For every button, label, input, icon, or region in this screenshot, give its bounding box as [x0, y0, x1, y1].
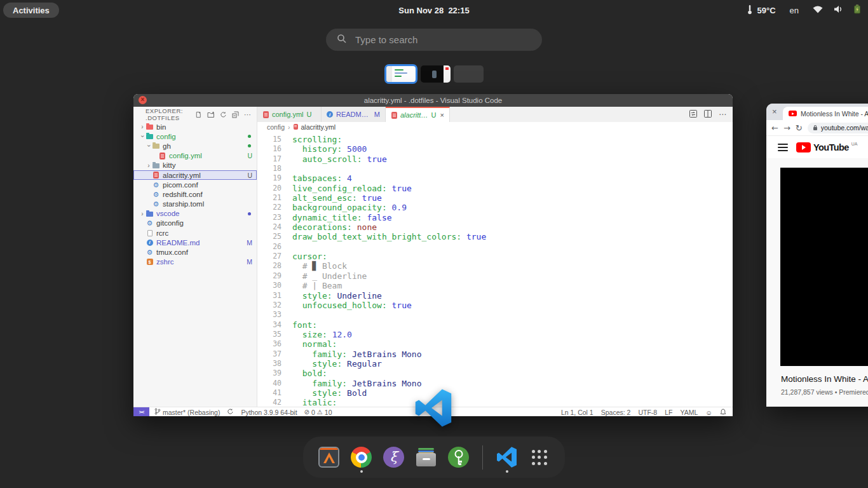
- reload-icon[interactable]: ↻: [796, 123, 803, 133]
- tree-item-config[interactable]: ›config: [133, 132, 257, 141]
- tab-close-icon[interactable]: ×: [440, 111, 444, 119]
- tree-item-gitconfig[interactable]: ⚙gitconfig: [133, 219, 257, 228]
- eol-status[interactable]: LF: [665, 409, 672, 416]
- wifi-icon[interactable]: [813, 4, 823, 16]
- activities-button[interactable]: Activities: [3, 3, 59, 18]
- editor-more-icon[interactable]: ⋯: [719, 110, 726, 119]
- breadcrumb-folder[interactable]: config: [267, 123, 285, 131]
- tree-item-config.yml[interactable]: config.ymlU: [133, 151, 257, 161]
- chrome-tab[interactable]: Motionless In White - A: [783, 107, 868, 120]
- chrome-window[interactable]: × Motionless In White - A ◄ ← → ↻ youtub…: [766, 104, 868, 407]
- workspace-vscode[interactable]: [384, 64, 417, 84]
- tab-alacritty.yml[interactable]: alacritty.ymlU×: [386, 107, 450, 122]
- vscode-window[interactable]: × alacritty.yml - .dotfiles - Visual Stu…: [133, 94, 733, 416]
- workspace-youtube[interactable]: [421, 65, 451, 83]
- keyboard-layout-indicator[interactable]: en: [790, 6, 799, 15]
- code-line: 31 style: Underline: [257, 291, 733, 301]
- folder-icon: [146, 212, 153, 217]
- new-folder-icon[interactable]: [207, 111, 215, 118]
- tree-item-bin[interactable]: ›bin: [133, 122, 257, 132]
- tree-item-gh[interactable]: ›gh: [133, 141, 257, 151]
- video-meta: 21,287,857 views • Premiered Dec: [781, 388, 868, 396]
- sync-button[interactable]: [227, 408, 234, 416]
- line-number: 27: [257, 252, 281, 261]
- problems-status[interactable]: ⊘ 0 ⚠ 10: [304, 409, 332, 416]
- refresh-icon[interactable]: [220, 111, 227, 118]
- code-editor[interactable]: 15scrolling:16 history: 500017 auto_scro…: [257, 132, 733, 407]
- tree-item-vscode[interactable]: ›vscode: [133, 209, 257, 219]
- git-branch-status[interactable]: master* (Rebasing): [154, 408, 220, 416]
- video-player[interactable]: [780, 167, 868, 366]
- file-name: tmux.conf: [156, 248, 257, 256]
- remote-icon: ><: [139, 409, 144, 415]
- address-bar[interactable]: youtube.com/wa: [808, 123, 868, 133]
- window-close-button[interactable]: ×: [139, 96, 147, 104]
- app-grid-icon: [529, 447, 550, 468]
- feedback-icon[interactable]: ☺: [705, 409, 712, 416]
- encoding-status[interactable]: UTF-8: [638, 409, 657, 416]
- workspace-empty[interactable]: [454, 65, 484, 83]
- youtube-logo[interactable]: YouTube UA: [796, 142, 857, 152]
- file-name: config.yml: [169, 152, 257, 159]
- breadcrumb-file[interactable]: alacritty.yml: [301, 123, 336, 131]
- cursor-position[interactable]: Ln 1, Col 1: [561, 409, 593, 416]
- folder-icon: [146, 125, 153, 130]
- tree-item-kitty[interactable]: ›kitty: [133, 161, 257, 170]
- code-line: 32 unfocused_hollow: true: [257, 301, 733, 310]
- vscode-titlebar[interactable]: × alacritty.yml - .dotfiles - Visual Stu…: [133, 94, 733, 107]
- tree-item-starship.toml[interactable]: ⚙starship.toml: [133, 200, 257, 209]
- search-placeholder: Type to search: [355, 34, 417, 45]
- new-file-icon[interactable]: [195, 111, 202, 118]
- tree-item-zshrc[interactable]: $zshrcM: [133, 257, 257, 267]
- url-text: youtube.com/wa: [821, 124, 868, 132]
- forward-icon[interactable]: →: [783, 123, 790, 133]
- tree-item-tmux.conf[interactable]: ⚙tmux.conf: [133, 247, 257, 257]
- indentation-status[interactable]: Spaces: 2: [601, 409, 631, 416]
- explorer-more-icon[interactable]: ⋯: [244, 112, 251, 117]
- vscode-app-badge-icon[interactable]: [414, 389, 452, 427]
- dock-item-keepassxc[interactable]: [448, 447, 469, 468]
- tab-README.md[interactable]: iREADME.mdM: [322, 107, 386, 122]
- file-name: gitconfig: [156, 219, 257, 227]
- workspace-vscode-sidebar: [386, 66, 392, 82]
- tab-config.yml[interactable]: config.ymlU: [257, 107, 322, 122]
- hamburger-menu-icon[interactable]: [778, 144, 788, 151]
- tree-item-README.md[interactable]: iREADME.mdM: [133, 238, 257, 247]
- search-input[interactable]: Type to search: [326, 29, 542, 51]
- code-line: 25draw_bold_text_with_bright_colors: tru…: [257, 232, 733, 241]
- file-name: alacritty.yml: [163, 172, 257, 179]
- tree-item-alacritty.yml[interactable]: alacritty.ymlU: [133, 170, 257, 180]
- gear-icon: ⚙: [153, 200, 159, 208]
- dock-item-alacritty[interactable]: [318, 447, 339, 468]
- breadcrumb[interactable]: config › alacritty.yml: [257, 122, 733, 132]
- toggle-layout-icon[interactable]: [689, 109, 697, 120]
- tree-item-redshift.conf[interactable]: ⚙redshift.conf: [133, 189, 257, 199]
- dock-item-chrome[interactable]: [351, 447, 372, 468]
- volume-icon[interactable]: [834, 4, 843, 16]
- dock-separator: [482, 445, 483, 470]
- clock[interactable]: Sun Nov 28 22:15: [398, 0, 469, 20]
- battery-icon[interactable]: [854, 4, 860, 17]
- dock-item-app-grid[interactable]: [529, 447, 550, 468]
- dock-item-emacs[interactable]: ξ: [383, 447, 404, 468]
- remote-indicator[interactable]: ><: [133, 407, 149, 416]
- tree-item-rcrc[interactable]: rcrc: [133, 228, 257, 238]
- notifications-bell-icon[interactable]: [720, 409, 726, 416]
- ws-dash: [395, 72, 407, 74]
- tab-git-badge: U: [431, 111, 437, 119]
- python-interpreter[interactable]: Python 3.9.9 64-bit: [241, 409, 297, 416]
- code-line: 21alt_send_esc: true: [257, 193, 733, 203]
- code-line: 39 bold:: [257, 369, 733, 378]
- code-line: 19tabspaces: 4: [257, 173, 733, 183]
- tree-item-picom.conf[interactable]: ⚙picom.conf: [133, 180, 257, 189]
- dock-item-vscode[interactable]: [496, 447, 517, 468]
- collapse-all-icon[interactable]: [232, 111, 239, 118]
- split-editor-icon[interactable]: [704, 109, 712, 120]
- code-line: 29 # _ Underline: [257, 271, 733, 281]
- dock-item-files[interactable]: [416, 447, 437, 468]
- language-mode[interactable]: YAML: [680, 409, 698, 416]
- code-line: 37 family: JetBrains Mono: [257, 349, 733, 359]
- chrome-close-button[interactable]: ×: [772, 107, 777, 116]
- file-icon: [147, 230, 153, 236]
- back-icon[interactable]: ←: [771, 123, 778, 133]
